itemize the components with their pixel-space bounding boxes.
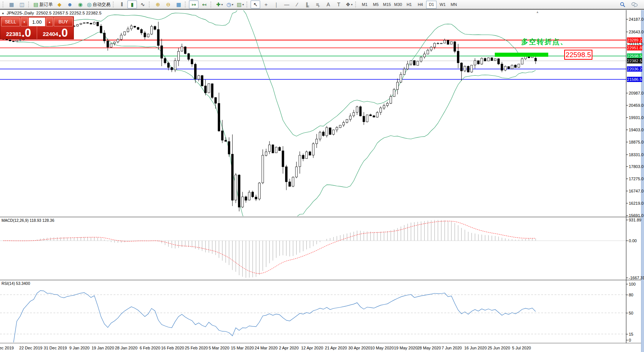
cursor-icon[interactable]: ↖ — [251, 0, 260, 9]
toolbar-group-separator — [3, 1, 4, 7]
zoom-in-icon[interactable]: ⊕ — [153, 0, 163, 9]
fibonacci-icon[interactable]: ≡F — [313, 0, 323, 9]
text-label-icon[interactable]: T — [334, 0, 343, 9]
templates-icon[interactable]: ▨▾ — [235, 0, 245, 9]
search-icon[interactable] — [618, 0, 627, 9]
sell-price-main: 22381 — [6, 30, 22, 39]
horizontal-line-icon[interactable]: — — [282, 0, 291, 9]
chat-icon[interactable] — [630, 0, 639, 9]
trendline-icon: ∕ — [297, 2, 297, 7]
vertical-line-icon[interactable]: ｜ — [271, 0, 281, 9]
data-window-icon[interactable]: ◫ — [17, 0, 27, 9]
candlestick-chart-icon[interactable]: ▮ — [127, 0, 137, 9]
autotrading-button[interactable]: ◎自动交易 — [86, 0, 111, 9]
chart-shift-marker[interactable]: ▲ — [536, 10, 539, 14]
line-chart-icon[interactable]: ∿ — [138, 0, 147, 9]
price-level-badge: 22598.5 — [627, 53, 642, 59]
templates-icon: ▨ — [237, 2, 242, 7]
toolbar-group-separator — [246, 1, 248, 7]
volume-down-button[interactable]: ▼ — [21, 17, 28, 26]
crosshair-icon[interactable]: ＋ — [261, 0, 271, 9]
timeframe-h1[interactable]: H1 — [404, 1, 414, 9]
ohlc-values: 22502.5 22657.5 22252.5 22382.5 — [36, 11, 101, 15]
volume-input[interactable] — [29, 17, 45, 26]
rsi-indicator-label: RSI(14) 53.3400 — [1, 281, 30, 286]
buy-price-main: 22404 — [43, 30, 58, 39]
sell-button[interactable]: SELL — [1, 17, 20, 26]
dropdown-arrow-icon[interactable]: ▾ — [221, 3, 223, 6]
timeframe-mn[interactable]: MN — [448, 1, 459, 9]
market-watch-icon: ▦ — [9, 2, 14, 7]
timeframe-w1[interactable]: W1 — [437, 1, 448, 9]
date-tick-label: 5 Jul 2020 — [505, 346, 538, 350]
equidistant-channel-icon[interactable]: ∥E — [303, 0, 312, 9]
text-icon[interactable]: A — [323, 0, 333, 9]
new-order-button[interactable]: ▤新订单 — [32, 0, 54, 9]
new-order-button: ▤ — [33, 2, 38, 7]
toolbar-group-separator — [149, 1, 151, 7]
metaeditor-icon: ◆ — [58, 2, 62, 7]
buy-price[interactable]: 22404 .0 — [37, 26, 73, 39]
macd-tick-label: 931.89 — [629, 218, 644, 223]
macd-indicator-label: MACD(12,26,9) 118.93 128.36 — [1, 218, 54, 223]
volume-up-button[interactable]: ▲ — [46, 17, 53, 26]
price-tick-label: 19403.0 — [629, 128, 644, 132]
periods-icon: ◷ — [226, 2, 231, 7]
chart-shift-icon: ↤ — [202, 2, 207, 7]
candlestick-chart-icon: ▮ — [131, 2, 134, 7]
price-level-badge: 23289.2 — [627, 37, 642, 43]
buy-button[interactable]: BUY — [54, 17, 73, 26]
auto-scroll-icon[interactable]: ↦ — [189, 0, 199, 9]
mql5-community-icon[interactable]: ☻ — [65, 0, 75, 9]
indicators-icon[interactable]: ✚▾ — [215, 0, 224, 9]
timeframe-h4[interactable]: H4 — [415, 1, 425, 9]
rsi-tick-label: 0 — [629, 338, 644, 343]
price-tick-label: 16747.0 — [629, 189, 644, 194]
timeframe-m30[interactable]: M30 — [393, 1, 403, 9]
price-tick-label: 16219.0 — [629, 201, 644, 206]
timeframe-m1[interactable]: M1 — [359, 1, 370, 9]
collapse-panel-icon[interactable]: ▲ — [1, 11, 4, 15]
icon-subscript: F — [318, 5, 320, 8]
metaeditor-icon[interactable]: ◆ — [55, 0, 64, 9]
arrows-icon: ❖ — [346, 2, 350, 7]
cursor-icon: ↖ — [254, 2, 258, 7]
sell-price[interactable]: 22381 .0 — [0, 26, 37, 39]
price-level-badge: 22036.2 — [627, 66, 642, 72]
price-tick-label: 17803.0 — [629, 164, 644, 169]
text-label-icon: T — [337, 2, 340, 7]
line-chart-icon: ∿ — [141, 2, 145, 7]
horizontal-line-icon: — — [284, 2, 289, 7]
dropdown-arrow-icon[interactable]: ▾ — [351, 3, 353, 6]
market-signals-icon: ◉ — [78, 2, 82, 7]
bar-chart-icon[interactable]: ‖ — [117, 0, 127, 9]
timeframe-m5[interactable]: M5 — [370, 1, 381, 9]
market-signals-icon[interactable]: ◉ — [75, 0, 85, 9]
chart-shift-icon[interactable]: ↤ — [199, 0, 209, 9]
vertical-line-icon: ｜ — [274, 2, 279, 7]
dropdown-arrow-icon[interactable]: ▾ — [242, 3, 244, 6]
market-watch-icon[interactable]: ▦ — [7, 0, 16, 9]
auto-scroll-icon: ↦ — [192, 2, 196, 7]
arrows-icon[interactable]: ❖▾ — [344, 0, 354, 9]
macd-histogram — [3, 220, 536, 278]
icon-subscript: E — [307, 5, 309, 8]
zoom-in-icon: ⊕ — [156, 2, 160, 7]
dropdown-arrow-icon[interactable]: ▾ — [232, 3, 233, 6]
toolbar-right-icons — [617, 0, 640, 9]
bar-chart-icon: ‖ — [121, 2, 123, 7]
timeframe-d1[interactable]: D1 — [426, 1, 437, 9]
bollinger-bands — [17, 8, 536, 243]
periods-icon[interactable]: ◷▾ — [225, 0, 235, 9]
toolbar-group-separator — [210, 1, 212, 7]
zoom-out-icon: ⊖ — [166, 2, 171, 7]
buy-price-pips: .0 — [58, 27, 68, 39]
chart-canvas[interactable] — [0, 0, 644, 352]
zoom-out-icon[interactable]: ⊖ — [163, 0, 173, 9]
tile-windows-icon[interactable]: ▦ — [174, 0, 183, 9]
rsi-line — [13, 290, 536, 343]
timeframe-m15[interactable]: M15 — [382, 1, 392, 9]
price-tick-label: 24187.0 — [629, 17, 644, 22]
price-level-badge: 22951.8 — [627, 45, 642, 50]
trendline-icon[interactable]: ∕ — [292, 0, 302, 9]
